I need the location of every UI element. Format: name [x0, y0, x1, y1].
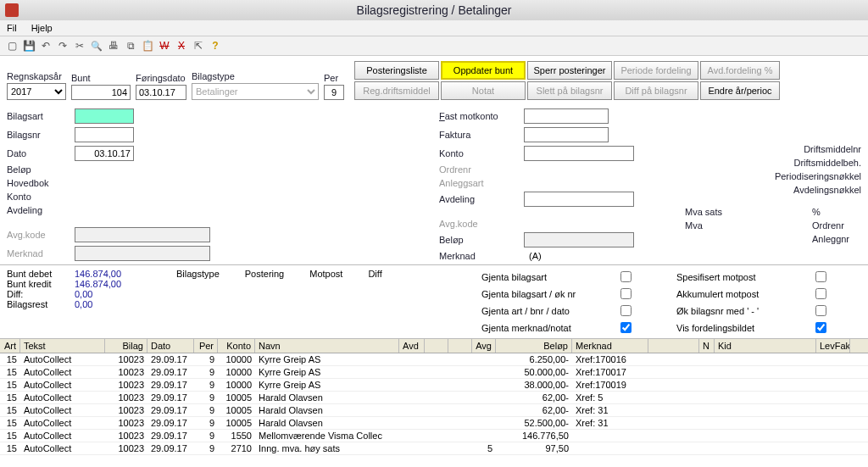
- hdr-konto[interactable]: Konto: [218, 339, 255, 353]
- fast-motkonto-input[interactable]: [524, 108, 609, 124]
- print-icon[interactable]: 🖶: [107, 39, 120, 53]
- foringsdato-input[interactable]: [136, 85, 186, 100]
- hdr-tekst[interactable]: Tekst: [20, 339, 105, 353]
- bilagsnr-input[interactable]: [75, 127, 134, 142]
- diff-pa-bilagsnr-button: Diff på bilagsnr: [614, 81, 698, 100]
- konto2-label: Konto: [439, 148, 524, 158]
- avdeling-label: Avdeling: [7, 205, 75, 215]
- paste-icon[interactable]: 📋: [141, 39, 154, 53]
- dato-input[interactable]: [75, 146, 134, 161]
- dato-label: Dato: [7, 148, 75, 158]
- foringsdato-label: Føringsdato: [136, 73, 186, 83]
- regnskapsar-label: Regnskapsår: [7, 71, 66, 81]
- avgkode-input: [75, 227, 210, 242]
- gjenta-merknad-label: Gjenta merknad/notat: [481, 323, 617, 333]
- table-row[interactable]: 15AutoCollect1002329.09.17910005Harald O…: [0, 417, 868, 430]
- table-row[interactable]: 15AutoCollect1002329.09.17910005Harald O…: [0, 404, 868, 417]
- faktura-input[interactable]: [524, 127, 609, 142]
- mva-label: Mva: [685, 220, 753, 231]
- driftsmiddelnr-label: Driftsmiddelnr: [804, 144, 861, 154]
- sums-panel: Bunt debet146.874,00 Bunt kredit146.874,…: [0, 264, 868, 338]
- hdr-belop[interactable]: Beløp: [496, 339, 572, 353]
- toolbar: ▢ 💾 ↶ ↷ ✂ 🔍 🖶 ⧉ 📋 W X ⇱ ?: [0, 36, 868, 56]
- gjenta-merknad-check[interactable]: [620, 322, 632, 333]
- gjenta-bilagsart-ok-check[interactable]: [620, 288, 632, 299]
- cut-icon[interactable]: ✂: [73, 39, 86, 53]
- spes-motpost-check[interactable]: [815, 271, 826, 282]
- hdr-blank2[interactable]: [448, 339, 472, 353]
- faktura-label: Faktura: [439, 130, 524, 140]
- hdr-bilag[interactable]: Bilag: [105, 339, 147, 353]
- bunt-kredit-value: 146.874,00: [75, 279, 121, 289]
- hdr-merknad[interactable]: Merknad: [572, 339, 648, 353]
- oppdater-bunt-button[interactable]: Oppdater bunt: [441, 61, 526, 80]
- hdr-avd[interactable]: Avd: [399, 339, 425, 353]
- table-row[interactable]: 15AutoCollect1002329.09.1792710Inng. mva…: [0, 442, 868, 455]
- hdr-n[interactable]: N: [699, 339, 715, 353]
- table-row[interactable]: 15AutoCollect1002329.09.17910000Kyrre Gr…: [0, 366, 868, 379]
- hovedbok-label: Hovedbok: [7, 178, 75, 188]
- regnskapsar-select[interactable]: 2017: [7, 83, 66, 100]
- gjenta-bilagsart-check[interactable]: [620, 271, 632, 282]
- hdr-blank1[interactable]: [425, 339, 448, 353]
- undo-icon[interactable]: ↶: [39, 39, 53, 53]
- bilagsart-input[interactable]: [75, 108, 134, 124]
- table-row[interactable]: 15AutoCollect1002329.09.1791550Mellomvær…: [0, 430, 868, 442]
- app-icon: [5, 3, 19, 17]
- konto2-input[interactable]: [524, 146, 634, 161]
- save-icon[interactable]: 💾: [22, 39, 36, 53]
- delw-icon[interactable]: W: [158, 39, 171, 53]
- vis-fordeling-label: Vis fordelingsbildet: [676, 323, 812, 333]
- hdr-dato[interactable]: Dato: [147, 339, 194, 353]
- bunt-debet-label: Bunt debet: [7, 269, 75, 279]
- bilagstype-select[interactable]: Betalinger: [192, 83, 319, 100]
- menu-fil[interactable]: Fil: [7, 23, 17, 33]
- menu-hjelp[interactable]: Hjelp: [31, 23, 53, 33]
- menubar: Fil Hjelp: [0, 20, 868, 36]
- posteringsliste-button[interactable]: Posteringsliste: [354, 61, 439, 80]
- avdeling2-input[interactable]: [524, 192, 634, 207]
- bunt-input[interactable]: [71, 85, 131, 100]
- hdr-kid[interactable]: Kid: [715, 339, 816, 353]
- redo-icon[interactable]: ↷: [56, 39, 70, 53]
- export-icon[interactable]: ⇱: [192, 39, 205, 53]
- ok-bilagsnr-check[interactable]: [815, 305, 826, 316]
- bilagstype-sum-label: Bilagstype: [176, 269, 220, 279]
- sperr-posteringer-button[interactable]: Sperr posteringer: [527, 61, 612, 80]
- merknad-a: (A): [529, 251, 542, 261]
- hdr-avg[interactable]: Avg: [472, 339, 496, 353]
- hdr-blank3[interactable]: [648, 339, 699, 353]
- hdr-levfak[interactable]: LevFak: [816, 339, 850, 353]
- notat-button: Notat: [441, 81, 526, 100]
- ok-bilagsnr-label: Øk bilagsnr med ' - ': [676, 306, 812, 316]
- periodiseringsnokkel-label: Periodiseringsnøkkel: [775, 171, 861, 181]
- help-icon[interactable]: ?: [209, 39, 222, 53]
- avdeling2-label: Avdeling: [439, 194, 524, 204]
- per-label: Per: [324, 73, 344, 83]
- diff-label: Diff:: [7, 289, 75, 299]
- new-icon[interactable]: ▢: [5, 39, 19, 53]
- hdr-navn[interactable]: Navn: [255, 339, 399, 353]
- reg-driftsmiddel-button: Reg.driftsmiddel: [354, 81, 439, 100]
- table-row[interactable]: 15AutoCollect1002329.09.17910005Harald O…: [0, 392, 868, 404]
- bilagstype-label: Bilagstype: [192, 71, 319, 81]
- find-icon[interactable]: 🔍: [90, 39, 103, 53]
- table-row[interactable]: 15AutoCollect1002329.09.17910000Kyrre Gr…: [0, 379, 868, 392]
- akk-motpost-check[interactable]: [815, 288, 826, 299]
- gjenta-art-bnr-check[interactable]: [620, 305, 632, 316]
- motpost-sum-label: Motpost: [309, 269, 342, 279]
- delx-icon[interactable]: X: [175, 39, 188, 53]
- hdr-per[interactable]: Per: [194, 339, 218, 353]
- bilagsnr-label: Bilagsnr: [7, 130, 75, 140]
- merknad-input: [75, 246, 210, 261]
- avgkode-label: Avg.kode: [7, 230, 75, 240]
- slett-pa-bilagsnr-button: Slett på bilagsnr: [527, 81, 612, 100]
- merknad-label: Merknad: [7, 248, 75, 259]
- table-row[interactable]: 15AutoCollect1002329.09.17910000Kyrre Gr…: [0, 353, 868, 366]
- vis-fordeling-check[interactable]: [815, 322, 826, 333]
- endre-ar-button[interactable]: Endre år/perioc: [700, 81, 780, 100]
- belop2-input: [524, 232, 634, 247]
- hdr-art[interactable]: Art: [0, 339, 20, 353]
- per-input[interactable]: [324, 85, 344, 100]
- copy-icon[interactable]: ⧉: [124, 39, 137, 53]
